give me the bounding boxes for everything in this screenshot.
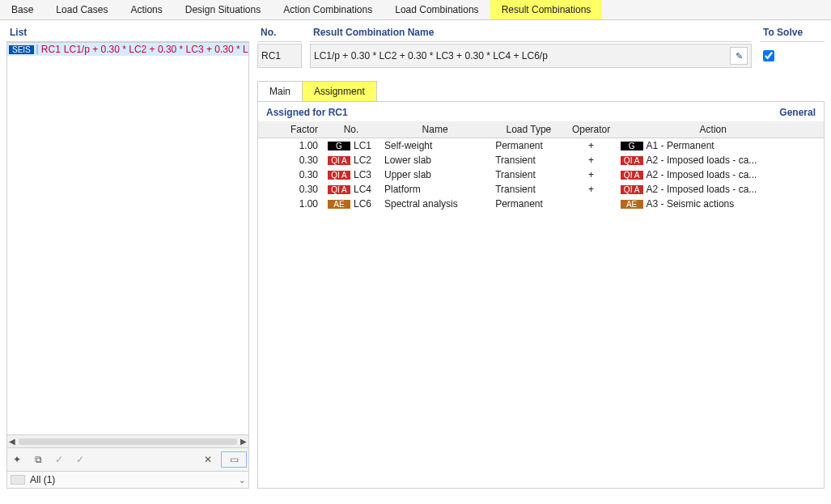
scroll-thumb[interactable] bbox=[19, 438, 237, 445]
name-cell: Platform bbox=[379, 182, 490, 197]
no-label: No. bbox=[257, 25, 302, 42]
apply-button[interactable]: ✓ bbox=[51, 451, 67, 468]
new-button[interactable]: ✦ bbox=[9, 451, 25, 468]
factor-cell[interactable]: 1.00 bbox=[258, 138, 323, 154]
factor-cell[interactable]: 0.30 bbox=[258, 182, 323, 197]
table-row[interactable]: 1.00AELC6Spectral analysisPermanentAEA3 … bbox=[258, 197, 824, 211]
solve-label: To Solve bbox=[760, 25, 825, 42]
action-badge: AE bbox=[621, 200, 643, 209]
factor-cell[interactable]: 1.00 bbox=[258, 197, 323, 211]
type-cell: Transient bbox=[490, 153, 566, 167]
filter-swatch bbox=[11, 475, 25, 485]
horizontal-scrollbar[interactable]: ◀ ▶ bbox=[7, 434, 248, 447]
table-row[interactable]: 0.30QI ALC2Lower slabTransient+QI AA2 - … bbox=[258, 153, 824, 167]
list-panel: List SEIS RC1 LC1/p + 0.30 * LC2 + 0.30 … bbox=[6, 25, 249, 489]
type-cell: Permanent bbox=[490, 197, 566, 211]
name-value[interactable]: LC1/p + 0.30 * LC2 + 0.30 * LC3 + 0.30 *… bbox=[314, 50, 725, 61]
action-label: A2 - Imposed loads - ca... bbox=[647, 169, 757, 180]
tab-result-combinations[interactable]: Result Combinations bbox=[490, 0, 603, 19]
load-badge: AE bbox=[328, 200, 350, 209]
load-badge: QI A bbox=[328, 171, 350, 180]
col-header bbox=[811, 121, 824, 138]
load-no: LC2 bbox=[354, 155, 371, 166]
list-area[interactable]: SEIS RC1 LC1/p + 0.30 * LC2 + 0.30 * LC3… bbox=[6, 42, 249, 448]
scroll-left-icon[interactable]: ◀ bbox=[9, 437, 15, 446]
tab-base[interactable]: Base bbox=[0, 0, 45, 19]
operator-cell[interactable]: + bbox=[567, 167, 616, 182]
tab-action-combinations[interactable]: Action Combinations bbox=[272, 0, 384, 19]
name-label: Result Combination Name bbox=[310, 25, 752, 42]
table-row[interactable]: 1.00GLC1Self-weightPermanent+GA1 - Perma… bbox=[258, 138, 824, 154]
operator-cell[interactable] bbox=[567, 197, 616, 211]
col-header: Factor bbox=[258, 121, 323, 138]
action-label: A3 - Seismic actions bbox=[647, 198, 735, 210]
action-label: A2 - Imposed loads - ca... bbox=[647, 184, 757, 195]
operator-cell[interactable]: + bbox=[567, 138, 616, 154]
load-badge: QI A bbox=[328, 156, 350, 165]
action-badge: QI A bbox=[621, 156, 643, 165]
fields-row: No. RC1 Result Combination Name LC1/p + … bbox=[257, 25, 825, 68]
main-tabs: BaseLoad CasesActionsDesign SituationsAc… bbox=[0, 0, 831, 20]
factor-cell[interactable]: 0.30 bbox=[258, 167, 323, 182]
rc-id: RC1 bbox=[41, 44, 61, 55]
table-row[interactable]: 0.30QI ALC3Upper slabTransient+QI AA2 - … bbox=[258, 167, 824, 182]
tab-load-cases[interactable]: Load Cases bbox=[45, 0, 119, 19]
tab-actions[interactable]: Actions bbox=[119, 0, 173, 19]
load-no: LC1 bbox=[354, 140, 371, 151]
list-item[interactable]: SEIS RC1 LC1/p + 0.30 * LC2 + 0.30 * LC3… bbox=[7, 43, 248, 56]
scroll-right-icon[interactable]: ▶ bbox=[240, 437, 247, 446]
col-header: Name bbox=[379, 121, 490, 138]
load-no: LC6 bbox=[354, 198, 371, 210]
name-cell: Self-weight bbox=[379, 138, 490, 154]
type-cell: Permanent bbox=[490, 138, 566, 154]
load-no: LC3 bbox=[354, 169, 371, 180]
copy-button[interactable]: ⧉ bbox=[30, 451, 46, 468]
load-badge: QI A bbox=[328, 185, 350, 194]
color-swatch bbox=[36, 44, 38, 54]
operator-cell[interactable]: + bbox=[567, 153, 616, 167]
factor-cell[interactable]: 0.30 bbox=[258, 153, 323, 167]
general-label: General bbox=[779, 107, 816, 118]
formula-edit-button[interactable]: ✎ bbox=[730, 47, 748, 65]
chevron-down-icon: ⌄ bbox=[239, 476, 245, 485]
inner-tab-main[interactable]: Main bbox=[257, 81, 303, 101]
col-header: Load Type bbox=[490, 121, 566, 138]
apply-all-button[interactable]: ✓ bbox=[72, 451, 88, 468]
inner-tab-assignment[interactable]: Assignment bbox=[302, 81, 377, 101]
list-toolbar: ✦ ⧉ ✓ ✓ ✕ ▭ bbox=[6, 448, 249, 472]
load-no: LC4 bbox=[354, 184, 371, 195]
assignment-box: Assigned for RC1 General FactorNo.NameLo… bbox=[257, 102, 825, 489]
assignment-table: FactorNo.NameLoad TypeOperatorAction 1.0… bbox=[258, 121, 824, 211]
action-label: A1 - Permanent bbox=[647, 140, 714, 151]
col-header: No. bbox=[323, 121, 379, 138]
type-cell: Transient bbox=[490, 167, 566, 182]
col-header: Action bbox=[616, 121, 811, 138]
name-cell: Lower slab bbox=[379, 153, 490, 167]
seis-badge: SEIS bbox=[9, 45, 34, 54]
action-badge: QI A bbox=[621, 171, 643, 180]
solve-checkbox[interactable] bbox=[763, 50, 774, 61]
layout-button[interactable]: ▭ bbox=[221, 451, 247, 468]
name-cell: Spectral analysis bbox=[379, 197, 490, 211]
col-header: Operator bbox=[567, 121, 616, 138]
table-row[interactable]: 0.30QI ALC4PlatformTransient+QI AA2 - Im… bbox=[258, 182, 824, 197]
type-cell: Transient bbox=[490, 182, 566, 197]
delete-button[interactable]: ✕ bbox=[200, 451, 216, 468]
details-panel: No. RC1 Result Combination Name LC1/p + … bbox=[257, 25, 825, 489]
operator-cell[interactable]: + bbox=[567, 182, 616, 197]
tab-design-situations[interactable]: Design Situations bbox=[174, 0, 272, 19]
no-value[interactable]: RC1 bbox=[261, 50, 298, 61]
inner-tabs: MainAssignment bbox=[257, 81, 825, 102]
action-label: A2 - Imposed loads - ca... bbox=[647, 155, 757, 166]
name-cell: Upper slab bbox=[379, 167, 490, 182]
action-badge: G bbox=[621, 142, 643, 150]
assign-title: Assigned for RC1 bbox=[266, 107, 348, 118]
filter-label: All (1) bbox=[30, 474, 234, 485]
tab-load-combinations[interactable]: Load Combinations bbox=[384, 0, 490, 19]
rc-formula: LC1/p + 0.30 * LC2 + 0.30 * LC3 + 0.30 *… bbox=[64, 44, 248, 55]
list-title: List bbox=[6, 25, 249, 42]
action-badge: QI A bbox=[621, 185, 643, 194]
filter-dropdown[interactable]: All (1) ⌄ bbox=[6, 472, 249, 489]
load-badge: G bbox=[328, 142, 350, 150]
